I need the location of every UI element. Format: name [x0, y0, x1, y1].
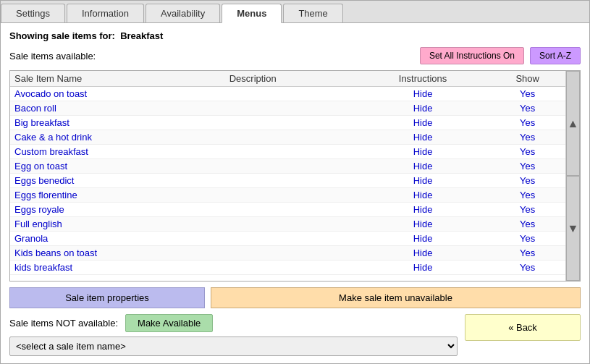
cell-instructions: Hide [356, 217, 490, 232]
controls-right: Set All Instructions On Sort A-Z [420, 47, 581, 64]
cell-name: Egg on toast [10, 159, 225, 174]
table-row[interactable]: Full english Hide Yes [10, 217, 565, 232]
cell-description [225, 87, 356, 101]
table-row[interactable]: kids breakfast Hide Yes [10, 261, 565, 275]
tab-menus[interactable]: Menus [222, 4, 282, 23]
tab-information[interactable]: Information [67, 4, 144, 22]
cell-name: Eggs benedict [10, 174, 225, 188]
bottom-section: Sale items NOT available: Make Available… [9, 314, 581, 356]
table-row[interactable]: Avocado on toast Hide Yes [10, 87, 565, 101]
cell-description [225, 145, 356, 159]
scroll-down-button[interactable]: ▼ [566, 176, 580, 281]
cell-show: Yes [489, 203, 565, 217]
cell-instructions: Hide [356, 145, 490, 159]
scroll-up-button[interactable]: ▲ [566, 71, 580, 176]
sale-item-properties-button[interactable]: Sale item properties [9, 287, 205, 308]
cell-name: Eggs florentine [10, 188, 225, 203]
cell-instructions: Hide [356, 116, 490, 130]
cell-instructions: Hide [356, 261, 490, 275]
cell-description [225, 116, 356, 130]
cell-instructions: Hide [356, 101, 490, 116]
cell-name: Bacon roll [10, 101, 225, 116]
cell-description [225, 101, 356, 116]
table-row[interactable]: Egg on toast Hide Yes [10, 159, 565, 174]
cell-show: Yes [489, 130, 565, 145]
table-row[interactable]: Custom breakfast Hide Yes [10, 145, 565, 159]
cell-instructions: Hide [356, 188, 490, 203]
table-row[interactable]: Eggs florentine Hide Yes [10, 188, 565, 203]
col-header-instructions: Instructions [356, 71, 490, 87]
cell-instructions: Hide [356, 87, 490, 101]
main-window: Settings Information Availability Menus … [0, 0, 590, 364]
scroll-arrows: ▲ ▼ [565, 71, 580, 281]
make-available-button[interactable]: Make Available [125, 314, 213, 332]
table-row[interactable]: Cake & a hot drink Hide Yes [10, 130, 565, 145]
cell-name: Cake & a hot drink [10, 130, 225, 145]
sort-az-button[interactable]: Sort A-Z [530, 47, 581, 64]
table-scroll[interactable]: Sale Item Name Description Instructions … [10, 71, 565, 281]
cell-description [225, 203, 356, 217]
cell-show: Yes [489, 87, 565, 101]
cell-show: Yes [489, 217, 565, 232]
showing-line: Showing sale items for: Breakfast [9, 30, 581, 41]
tab-availability[interactable]: Availability [146, 4, 220, 22]
cell-instructions: Hide [356, 203, 490, 217]
cell-name: Kids beans on toast [10, 246, 225, 261]
cell-description [225, 261, 356, 275]
cell-description [225, 232, 356, 246]
bottom-right: « Back [465, 314, 581, 341]
cell-description [225, 174, 356, 188]
cell-instructions: Hide [356, 159, 490, 174]
tab-bar: Settings Information Availability Menus … [1, 1, 589, 23]
col-header-name: Sale Item Name [10, 71, 225, 87]
cell-name: Eggs royale [10, 203, 225, 217]
table-row[interactable]: Bacon roll Hide Yes [10, 101, 565, 116]
content-area: Showing sale items for: Breakfast Sale i… [1, 23, 589, 363]
cell-description [225, 246, 356, 261]
cell-show: Yes [489, 232, 565, 246]
cell-instructions: Hide [356, 232, 490, 246]
cell-description [225, 217, 356, 232]
cell-show: Yes [489, 145, 565, 159]
table-row[interactable]: Granola Hide Yes [10, 232, 565, 246]
bottom-buttons-row: Sale item properties Make sale item unav… [9, 287, 581, 308]
controls-row: Sale items available: Set All Instructio… [9, 47, 581, 64]
col-header-show: Show [489, 71, 565, 87]
table-row[interactable]: Kids beans on toast Hide Yes [10, 246, 565, 261]
bottom-left: Sale items NOT available: Make Available… [9, 314, 458, 356]
col-header-description: Description [225, 71, 356, 87]
not-available-row: Sale items NOT available: Make Available [9, 314, 458, 332]
cell-show: Yes [489, 116, 565, 130]
cell-name: Avocado on toast [10, 87, 225, 101]
cell-show: Yes [489, 261, 565, 275]
table-container: Sale Item Name Description Instructions … [9, 70, 581, 282]
sale-item-select[interactable]: <select a sale item name> [9, 337, 458, 356]
cell-show: Yes [489, 174, 565, 188]
cell-name: Full english [10, 217, 225, 232]
back-button[interactable]: « Back [465, 314, 581, 341]
table-row[interactable]: Eggs benedict Hide Yes [10, 174, 565, 188]
showing-label: Showing sale items for: [9, 30, 115, 41]
set-all-instructions-button[interactable]: Set All Instructions On [420, 47, 524, 64]
showing-value: Breakfast [120, 30, 163, 41]
cell-show: Yes [489, 159, 565, 174]
cell-instructions: Hide [356, 130, 490, 145]
sale-items-table: Sale Item Name Description Instructions … [10, 71, 565, 275]
cell-description [225, 159, 356, 174]
cell-show: Yes [489, 188, 565, 203]
cell-instructions: Hide [356, 246, 490, 261]
make-sale-item-unavailable-button[interactable]: Make sale item unavailable [211, 287, 581, 308]
cell-show: Yes [489, 246, 565, 261]
tab-settings[interactable]: Settings [1, 4, 65, 22]
not-available-label: Sale items NOT available: [9, 318, 118, 329]
cell-name: Granola [10, 232, 225, 246]
cell-description [225, 130, 356, 145]
cell-name: kids breakfast [10, 261, 225, 275]
cell-name: Big breakfast [10, 116, 225, 130]
cell-description [225, 188, 356, 203]
cell-name: Custom breakfast [10, 145, 225, 159]
table-row[interactable]: Big breakfast Hide Yes [10, 116, 565, 130]
table-row[interactable]: Eggs royale Hide Yes [10, 203, 565, 217]
tab-theme[interactable]: Theme [283, 4, 342, 22]
sale-items-available-label: Sale items available: [9, 51, 96, 62]
